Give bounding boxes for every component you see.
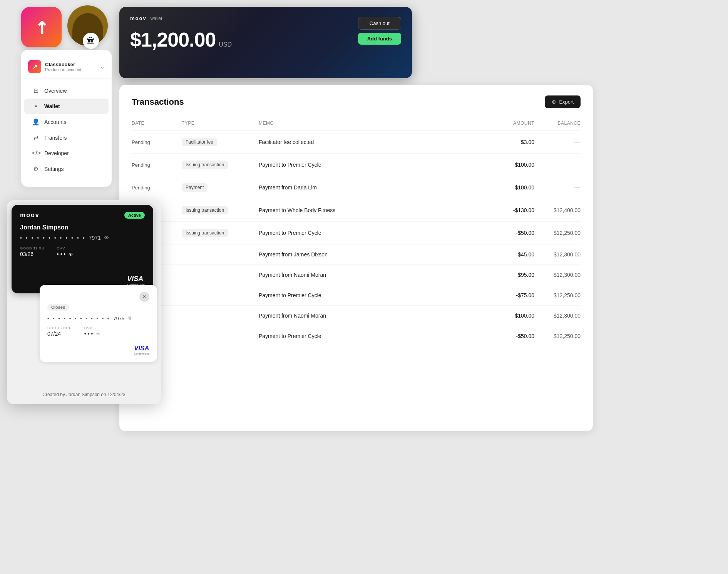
row-amount: $3.00 bbox=[488, 139, 534, 145]
sidebar-item-accounts[interactable]: 👤 Accounts bbox=[24, 114, 109, 130]
eye-icon[interactable]: 👁 bbox=[104, 235, 109, 241]
developer-label: Developer bbox=[44, 150, 69, 156]
sidebar-item-overview[interactable]: ⊞ Overview bbox=[24, 83, 109, 99]
settings-icon: ⚙ bbox=[32, 165, 40, 172]
table-row[interactable]: Pending Facilitator fee Facilitator fee … bbox=[132, 131, 581, 154]
card-footer-text: Created by Jordan Simpson on 12/04/23 bbox=[7, 392, 161, 397]
row-amount: -$100.00 bbox=[488, 162, 534, 168]
row-date: Pending bbox=[132, 162, 182, 168]
sidebar: ↗ Classbooker Production account ⌄ ⊞ Ove… bbox=[21, 50, 112, 187]
black-card[interactable]: moov Active Jordan Simpson • • • • • • •… bbox=[12, 205, 153, 293]
row-memo: Payment from Naomi Moran bbox=[259, 272, 488, 278]
table-row[interactable]: Payment from Naomi Moran $95.00 $12,300.… bbox=[132, 265, 581, 285]
wallet-currency: USD bbox=[219, 41, 232, 48]
row-memo: Payment from James Dixson bbox=[259, 251, 488, 258]
close-button[interactable]: ✕ bbox=[139, 292, 149, 302]
moov-brand: moov wallet bbox=[130, 15, 232, 21]
row-balance: ---- bbox=[534, 184, 581, 191]
row-type: Facilitator fee bbox=[182, 138, 259, 146]
white-eye-icon[interactable]: 👁 bbox=[127, 315, 133, 321]
app-icon-classbooker[interactable]: ↗ bbox=[21, 7, 62, 47]
sidebar-item-transfers[interactable]: ⇄ Transfers bbox=[24, 130, 109, 146]
sidebar-item-wallet[interactable]: ▪ Wallet bbox=[24, 99, 109, 114]
card-brand-moov: moov bbox=[20, 212, 40, 219]
sidebar-item-settings[interactable]: ⚙ Settings bbox=[24, 161, 109, 177]
row-balance: $12,300.00 bbox=[534, 272, 581, 278]
export-button[interactable]: ⊕ Export bbox=[545, 95, 581, 108]
account-selector[interactable]: ↗ Classbooker Production account ⌄ bbox=[21, 56, 112, 79]
developer-icon: </> bbox=[32, 150, 40, 157]
row-balance: $12,250.00 bbox=[534, 333, 581, 339]
table-row[interactable]: 12/04/23 Issuing transaction Payment to … bbox=[132, 199, 581, 222]
white-card-number: • • • • • • • • • • • • 7975 👁 bbox=[47, 315, 149, 321]
account-icon: ↗ bbox=[28, 60, 41, 73]
card-meta: GOOD THRU 03/26 CVV • • • 👁 bbox=[20, 246, 145, 257]
account-name: Classbooker bbox=[45, 62, 96, 67]
card-number-dots: • • • • • • • • • • • • bbox=[20, 235, 86, 241]
col-date: Date bbox=[132, 120, 182, 126]
row-amount: $45.00 bbox=[488, 251, 534, 258]
wallet-amount-display: $1,200.00 USD bbox=[130, 28, 232, 51]
white-cvv-label: CVV bbox=[84, 326, 100, 330]
settings-label: Settings bbox=[44, 166, 64, 172]
overview-icon: ⊞ bbox=[32, 87, 40, 94]
wallet-icon: ▪ bbox=[32, 103, 40, 110]
cvv-eye-icon[interactable]: 👁 bbox=[69, 252, 73, 257]
wallet-label-nav: Wallet bbox=[44, 103, 60, 109]
transactions-title: Transactions bbox=[132, 97, 184, 107]
white-card[interactable]: ✕ Closed • • • • • • • • • • • • 7975 👁 … bbox=[40, 285, 157, 362]
transactions-panel: Transactions ⊕ Export Date Type Memo Amo… bbox=[119, 85, 593, 431]
table-row[interactable]: Payment from Naomi Moran $100.00 $12,300… bbox=[132, 306, 581, 326]
row-amount: -$50.00 bbox=[488, 333, 534, 339]
row-amount: $100.00 bbox=[488, 313, 534, 319]
sidebar-item-developer[interactable]: </> Developer bbox=[24, 146, 109, 161]
transactions-header: Transactions ⊕ Export bbox=[132, 95, 581, 108]
white-card-last4: 7975 bbox=[113, 316, 124, 321]
addfunds-button[interactable]: Add funds bbox=[358, 33, 401, 45]
moov-logo-text: moov bbox=[130, 15, 147, 21]
row-memo: Payment to Premier Cycle bbox=[259, 333, 488, 339]
row-type: Payment bbox=[182, 183, 259, 192]
row-amount: -$130.00 bbox=[488, 207, 534, 213]
chevron-down-icon: ⌄ bbox=[100, 64, 105, 70]
table-row[interactable]: Pending Payment Payment from Daria Lim $… bbox=[132, 176, 581, 199]
transactions-table-body: Pending Facilitator fee Facilitator fee … bbox=[132, 131, 581, 346]
row-memo: Payment from Naomi Moran bbox=[259, 313, 488, 319]
table-row[interactable]: Payment from James Dixson $45.00 $12,300… bbox=[132, 244, 581, 265]
wallet-header-card: moov wallet $1,200.00 USD Cash out Add f… bbox=[119, 7, 412, 78]
row-balance: ---- bbox=[534, 139, 581, 145]
row-memo: Payment to Whole Body Fitness bbox=[259, 207, 488, 213]
row-amount: $100.00 bbox=[488, 184, 534, 191]
cvv-dots: • • • 👁 bbox=[57, 251, 73, 257]
transfers-icon: ⇄ bbox=[32, 134, 40, 141]
row-memo: Payment to Premier Cycle bbox=[259, 162, 488, 168]
white-good-thru-label: GOOD THRU bbox=[47, 326, 72, 330]
row-balance: $12,250.00 bbox=[534, 292, 581, 298]
wallet-balance: $1,200.00 bbox=[130, 28, 216, 51]
row-type: Issuing transaction bbox=[182, 161, 259, 169]
row-balance: $12,300.00 bbox=[534, 251, 581, 258]
cashout-button[interactable]: Cash out bbox=[358, 17, 401, 30]
bank-icon: 🏛 bbox=[83, 33, 99, 49]
account-info: Classbooker Production account bbox=[45, 62, 96, 72]
table-row[interactable]: Payment to Premier Cycle -$50.00 $12,250… bbox=[132, 326, 581, 346]
table-row[interactable]: Payment to Premier Cycle -$75.00 $12,250… bbox=[132, 285, 581, 306]
row-memo: Facilitator fee collected bbox=[259, 139, 488, 145]
white-card-dots: • • • • • • • • • • • • bbox=[47, 316, 110, 321]
arrow-icon: ↗ bbox=[29, 15, 53, 39]
account-type: Production account bbox=[45, 67, 96, 72]
row-type: Issuing transaction bbox=[182, 229, 259, 237]
row-balance: $12,400.00 bbox=[534, 207, 581, 213]
white-cvv-eye-icon[interactable]: 👁 bbox=[96, 331, 100, 337]
table-row[interactable]: Pending Issuing transaction Payment to P… bbox=[132, 154, 581, 176]
cvv-label: CVV bbox=[57, 246, 73, 250]
row-memo: Payment to Premier Cycle bbox=[259, 230, 488, 236]
table-row[interactable]: 12/04/23 Issuing transaction Payment to … bbox=[132, 222, 581, 244]
row-balance: ---- bbox=[534, 162, 581, 168]
visa-sub-white: Commercial bbox=[134, 352, 149, 355]
col-balance: Balance bbox=[534, 120, 581, 126]
card-overlay: moov Active Jordan Simpson • • • • • • •… bbox=[7, 200, 161, 404]
row-balance: $12,300.00 bbox=[534, 313, 581, 319]
export-label: Export bbox=[559, 99, 574, 105]
col-type: Type bbox=[182, 120, 259, 126]
